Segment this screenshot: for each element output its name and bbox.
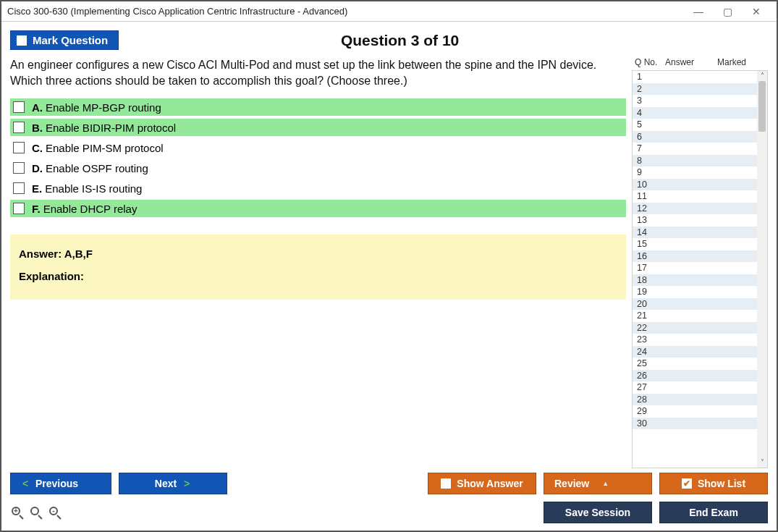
chevron-left-icon: < xyxy=(22,478,28,489)
list-item[interactable]: 26 xyxy=(633,370,757,382)
list-item[interactable]: 17 xyxy=(633,262,757,274)
header-qno: Q No. xyxy=(632,57,665,67)
save-session-button[interactable]: Save Session xyxy=(544,502,652,523)
review-label: Review xyxy=(554,478,589,489)
option-text: Enable DHCP relay xyxy=(43,203,138,215)
option-text: Enable IS-IS routing xyxy=(45,182,142,195)
list-item[interactable]: 25 xyxy=(633,358,757,370)
option-text: Enable OSPF routing xyxy=(46,162,148,174)
header-answer: Answer xyxy=(665,57,717,67)
list-item[interactable]: 23 xyxy=(633,334,757,346)
list-item[interactable]: 3 xyxy=(633,95,757,107)
zoom-reset-icon[interactable] xyxy=(29,505,43,520)
checkbox-icon xyxy=(441,478,451,489)
option-text: Enable PIM-SM protocol xyxy=(46,142,164,154)
checkbox-icon[interactable] xyxy=(13,122,25,133)
list-item[interactable]: 9 xyxy=(633,166,757,179)
list-item[interactable]: 28 xyxy=(633,394,757,406)
answer-line: Answer: A,B,F xyxy=(19,248,617,260)
zoom-in-icon[interactable]: + xyxy=(10,505,25,520)
option-letter: C. xyxy=(32,142,43,154)
previous-button[interactable]: < Previous xyxy=(10,473,111,494)
option-row[interactable]: D. Enable OSPF routing xyxy=(10,159,626,177)
scroll-thumb[interactable] xyxy=(758,81,766,132)
show-answer-label: Show Answer xyxy=(457,478,523,489)
zoom-out-icon[interactable]: - xyxy=(48,505,62,520)
list-item[interactable]: 22 xyxy=(633,322,757,334)
previous-label: Previous xyxy=(35,478,78,489)
checkbox-icon[interactable] xyxy=(13,203,25,214)
close-icon[interactable]: ✕ xyxy=(742,6,771,17)
list-item[interactable]: 1 xyxy=(633,71,757,83)
option-letter: A. xyxy=(32,101,43,114)
checkbox-icon[interactable] xyxy=(13,101,25,113)
list-item[interactable]: 4 xyxy=(633,107,757,119)
list-item[interactable]: 20 xyxy=(633,298,757,311)
list-item[interactable]: 19 xyxy=(633,286,757,298)
header-marked: Marked xyxy=(717,57,768,67)
list-item[interactable]: 14 xyxy=(633,227,757,239)
list-item[interactable]: 18 xyxy=(633,274,757,287)
checkbox-icon[interactable] xyxy=(13,182,25,194)
maximize-icon[interactable]: ▢ xyxy=(713,6,742,17)
end-exam-button[interactable]: End Exam xyxy=(659,502,768,523)
scroll-down-icon[interactable]: ˅ xyxy=(761,457,764,468)
next-button[interactable]: Next > xyxy=(119,473,227,494)
checkbox-icon[interactable] xyxy=(13,142,25,153)
list-item[interactable]: 24 xyxy=(633,346,757,358)
list-item[interactable]: 2 xyxy=(633,83,757,96)
show-list-label: Show List xyxy=(698,478,745,489)
question-text: An engineer configures a new Cisco ACI M… xyxy=(10,57,626,88)
save-session-label: Save Session xyxy=(565,507,630,518)
question-counter: Question 3 of 10 xyxy=(119,32,768,49)
list-item[interactable]: 10 xyxy=(633,179,757,191)
list-item[interactable]: 27 xyxy=(633,381,757,394)
app-window: Cisco 300-630 (Implementing Cisco Applic… xyxy=(0,0,778,532)
list-item[interactable]: 13 xyxy=(633,214,757,227)
checkbox-icon xyxy=(17,35,27,46)
option-row[interactable]: F. Enable DHCP relay xyxy=(10,200,626,217)
question-list-header: Q No. Answer Marked xyxy=(632,57,768,70)
window-title: Cisco 300-630 (Implementing Cisco Applic… xyxy=(7,6,347,17)
list-item[interactable]: 6 xyxy=(633,131,757,143)
question-pane: An engineer configures a new Cisco ACI M… xyxy=(10,57,632,468)
body: Mark Question Question 3 of 10 An engine… xyxy=(1,22,777,531)
scroll-track[interactable] xyxy=(757,81,767,457)
scrollbar[interactable]: ˄ ˅ xyxy=(757,71,767,468)
list-item[interactable]: 7 xyxy=(633,143,757,155)
list-item[interactable]: 8 xyxy=(633,155,757,167)
option-row[interactable]: C. Enable PIM-SM protocol xyxy=(10,139,626,156)
option-row[interactable]: B. Enable BIDIR-PIM protocol xyxy=(10,119,626,136)
list-item[interactable]: 21 xyxy=(633,310,757,322)
option-text: Enable MP-BGP routing xyxy=(46,101,161,114)
list-item[interactable]: 11 xyxy=(633,190,757,203)
list-item[interactable]: 15 xyxy=(633,238,757,250)
option-row[interactable]: A. Enable MP-BGP routing xyxy=(10,98,626,116)
checkbox-icon[interactable] xyxy=(13,162,25,174)
list-item[interactable]: 30 xyxy=(633,418,757,430)
options-list: A. Enable MP-BGP routingB. Enable BIDIR-… xyxy=(10,98,626,217)
dropdown-icon: ▲ xyxy=(602,480,609,487)
option-letter: B. xyxy=(32,122,43,134)
mark-question-label: Mark Question xyxy=(33,34,108,46)
list-item[interactable]: 29 xyxy=(633,405,757,418)
show-answer-button[interactable]: Show Answer xyxy=(428,473,536,494)
scroll-up-icon[interactable]: ˄ xyxy=(761,71,764,81)
mark-question-button[interactable]: Mark Question xyxy=(10,30,119,50)
zoom-toolbar: + - xyxy=(10,505,62,520)
option-text: Enable BIDIR-PIM protocol xyxy=(46,122,176,134)
list-item[interactable]: 12 xyxy=(633,203,757,215)
list-item[interactable]: 16 xyxy=(633,250,757,263)
minimize-icon[interactable]: — xyxy=(684,6,713,17)
chevron-right-icon: > xyxy=(184,478,190,489)
option-row[interactable]: E. Enable IS-IS routing xyxy=(10,180,626,197)
titlebar: Cisco 300-630 (Implementing Cisco Applic… xyxy=(1,1,777,22)
bottom-bar: < Previous Next > Show Answer Review ▲ xyxy=(10,468,768,523)
option-letter: F. xyxy=(32,203,41,215)
answer-box: Answer: A,B,F Explanation: xyxy=(10,235,626,300)
end-exam-label: End Exam xyxy=(689,507,738,518)
review-button[interactable]: Review ▲ xyxy=(544,473,652,494)
list-item[interactable]: 5 xyxy=(633,119,757,131)
next-label: Next xyxy=(155,478,177,489)
show-list-button[interactable]: ✔ Show List xyxy=(659,473,768,494)
